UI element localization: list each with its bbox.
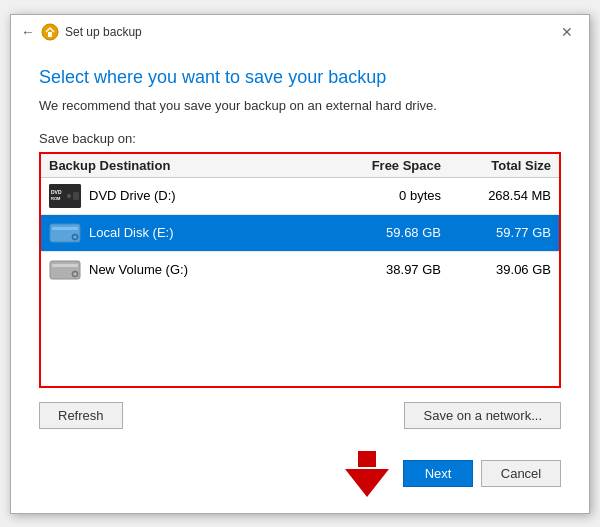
table-row[interactable]: DVD ROM DVD Drive (D:) 0 bytes 268.54 MB: [41, 178, 559, 215]
svg-point-14: [74, 272, 77, 275]
setup-backup-window: ← Set up backup ✕ Select where you want …: [10, 14, 590, 514]
title-bar: ← Set up backup ✕: [11, 15, 589, 47]
row-name-cell: Local Disk (E:): [49, 221, 331, 245]
row-drive-name: Local Disk (E:): [89, 225, 174, 240]
row-drive-name: DVD Drive (D:): [89, 188, 176, 203]
app-icon: [41, 23, 59, 41]
svg-rect-5: [73, 192, 79, 200]
row-total-size: 39.06 GB: [441, 262, 551, 277]
arrow-head: [345, 469, 389, 497]
close-button[interactable]: ✕: [555, 23, 579, 41]
col-total-size: Total Size: [441, 158, 551, 173]
svg-point-10: [74, 235, 77, 238]
row-name-cell: New Volume (G:): [49, 258, 331, 282]
row-free-space: 59.68 GB: [331, 225, 441, 240]
svg-rect-12: [52, 264, 78, 267]
row-total-size: 268.54 MB: [441, 188, 551, 203]
row-free-space: 0 bytes: [331, 188, 441, 203]
save-backup-label: Save backup on:: [39, 131, 561, 146]
back-button[interactable]: ←: [21, 24, 35, 40]
backup-destination-table: Backup Destination Free Space Total Size…: [39, 152, 561, 388]
svg-text:ROM: ROM: [51, 196, 61, 201]
row-drive-name: New Volume (G:): [89, 262, 188, 277]
window-title: Set up backup: [65, 25, 142, 39]
save-on-network-button[interactable]: Save on a network...: [404, 402, 561, 429]
next-button[interactable]: Next: [403, 460, 473, 487]
table-header: Backup Destination Free Space Total Size: [41, 154, 559, 178]
local-disk-icon: [49, 221, 81, 245]
col-destination: Backup Destination: [49, 158, 331, 173]
table-row[interactable]: Local Disk (E:) 59.68 GB 59.77 GB: [41, 215, 559, 252]
page-subtitle: We recommend that you save your backup o…: [39, 98, 561, 113]
arrow-stem: [358, 451, 376, 467]
svg-point-6: [67, 194, 71, 198]
page-title: Select where you want to save your backu…: [39, 67, 561, 88]
next-arrow-icon: [345, 451, 389, 497]
refresh-button[interactable]: Refresh: [39, 402, 123, 429]
row-name-cell: DVD ROM DVD Drive (D:): [49, 184, 331, 208]
content-area: Select where you want to save your backu…: [11, 47, 589, 513]
table-row[interactable]: New Volume (G:) 38.97 GB 39.06 GB: [41, 252, 559, 288]
title-bar-left: ← Set up backup: [21, 23, 142, 41]
cancel-button[interactable]: Cancel: [481, 460, 561, 487]
dvd-icon: DVD ROM: [49, 184, 81, 208]
svg-text:DVD: DVD: [51, 189, 62, 195]
row-free-space: 38.97 GB: [331, 262, 441, 277]
col-free-space: Free Space: [331, 158, 441, 173]
action-buttons-row: Refresh Save on a network...: [39, 402, 561, 429]
bottom-row: Next Cancel: [39, 447, 561, 497]
svg-rect-8: [52, 227, 78, 230]
svg-rect-1: [48, 32, 52, 37]
row-total-size: 59.77 GB: [441, 225, 551, 240]
new-volume-icon: [49, 258, 81, 282]
